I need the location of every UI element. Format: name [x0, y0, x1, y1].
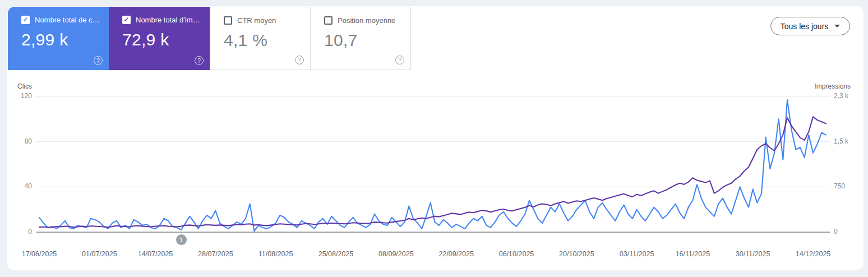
- x-axis-label: 16/11/2025: [676, 250, 710, 258]
- clicks-line[interactable]: [39, 100, 826, 231]
- x-axis-label: 03/11/2025: [620, 250, 654, 258]
- y-axis-tick: 2,3 k: [834, 92, 859, 100]
- y-axis-tick: 1,5 k: [834, 137, 859, 145]
- x-axis-label: 14/07/2025: [138, 250, 173, 258]
- x-axis-label: 01/07/2025: [82, 250, 117, 258]
- x-axis-label: 11/08/2025: [258, 250, 293, 258]
- y-axis-tick: 0: [834, 228, 859, 236]
- x-axis-label: 28/07/2025: [198, 250, 233, 258]
- x-axis-label: 30/11/2025: [736, 250, 770, 258]
- x-axis-label: 20/10/2025: [559, 250, 594, 258]
- annotation-badge[interactable]: 1: [176, 234, 187, 245]
- performance-chart[interactable]: [0, 0, 868, 277]
- y-axis-tick: 40: [0, 182, 32, 190]
- y-axis-tick: 0: [0, 228, 32, 236]
- y-axis-tick: 120: [0, 92, 32, 100]
- x-axis-label: 06/10/2025: [499, 250, 534, 258]
- x-axis-label: 17/06/2025: [22, 250, 57, 258]
- grid-lines: [36, 96, 830, 232]
- y-axis-tick: 750: [834, 182, 859, 190]
- x-axis-label: 22/09/2025: [438, 250, 474, 258]
- x-axis-label: 08/09/2025: [378, 250, 414, 258]
- y-axis-tick: 80: [0, 137, 32, 145]
- x-axis-label: 25/08/2025: [318, 250, 354, 258]
- x-axis-label: 14/12/2025: [796, 250, 831, 258]
